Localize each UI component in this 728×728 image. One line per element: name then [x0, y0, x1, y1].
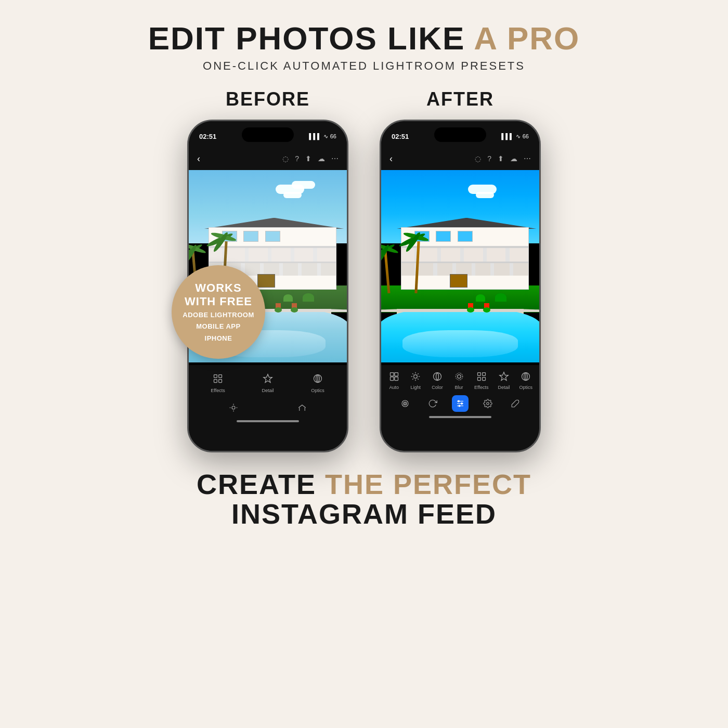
svg-point-46 — [459, 405, 460, 407]
palm1-fronds — [189, 246, 209, 262]
detail-tool-after[interactable]: Detail — [498, 370, 510, 390]
apot1-plant — [467, 307, 474, 313]
alcol6 — [510, 263, 513, 276]
acol4 — [483, 248, 487, 262]
effects-icon-after — [475, 370, 488, 383]
bottom-icon1-before[interactable] — [225, 399, 242, 416]
svg-rect-2 — [214, 380, 217, 383]
photo-after — [381, 170, 539, 362]
svg-point-30 — [456, 373, 462, 380]
svg-point-44 — [458, 400, 459, 402]
after-scene — [381, 170, 539, 362]
bottom-icon2-before[interactable] — [294, 399, 310, 416]
window2 — [243, 231, 258, 242]
status-icons-before: ▌▌▌ ∿ 66 — [309, 133, 336, 140]
blur-label: Blur — [455, 385, 463, 390]
history-icon-before: ◌ — [282, 154, 289, 163]
brush-icon-after[interactable] — [507, 395, 524, 412]
shrub1 — [283, 294, 293, 302]
footer-line1-part2: THE PERFECT — [325, 469, 531, 500]
palm2-fronds-after — [400, 233, 434, 252]
alcol4 — [472, 263, 475, 276]
back-button-before[interactable]: ‹ — [197, 153, 200, 164]
col3 — [268, 248, 271, 262]
light-label: Light — [411, 385, 421, 390]
pot1-before — [276, 303, 282, 313]
help-icon-after: ? — [487, 154, 491, 163]
after-phone-wrapper: AFTER 02:51 ▌▌▌ ∿ 66 ‹ — [380, 88, 541, 452]
cloud2-after — [476, 192, 494, 198]
effects-tool-before[interactable]: Effects — [211, 371, 225, 393]
svg-point-45 — [461, 403, 462, 405]
svg-line-24 — [412, 373, 413, 374]
svg-rect-16 — [395, 373, 398, 376]
svg-rect-1 — [219, 375, 222, 378]
back-button-after[interactable]: ‹ — [389, 153, 393, 164]
svg-point-29 — [457, 375, 461, 379]
color-icon — [431, 370, 444, 383]
rotate-icon-after[interactable] — [424, 395, 441, 412]
effects-label-after: Effects — [474, 385, 488, 390]
history-icon-after: ◌ — [475, 154, 481, 163]
col5 — [313, 248, 317, 262]
circle-icon-after[interactable] — [397, 395, 413, 412]
acol5 — [505, 248, 509, 262]
phone-nav-before: ‹ ◌ ? ⬆ ☁ ⋯ — [189, 147, 347, 170]
optics-icon-before — [310, 371, 325, 386]
wifi-icon-after: ∿ — [516, 133, 521, 140]
phone-nav-after: ‹ ◌ ? ⬆ ☁ ⋯ — [381, 147, 539, 170]
svg-line-26 — [412, 379, 413, 380]
pool-reflection-after — [402, 330, 517, 357]
status-icons-after: ▌▌▌ ∿ 66 — [501, 133, 529, 140]
active-icon-after[interactable] — [452, 395, 469, 412]
svg-line-27 — [418, 373, 419, 374]
lcol6 — [317, 263, 321, 276]
apot2-plant — [483, 307, 490, 313]
light-tool[interactable]: Light — [409, 370, 422, 390]
settings-icon-after[interactable] — [479, 395, 496, 412]
dynamic-island-before — [242, 127, 294, 142]
detail-icon-before — [261, 371, 275, 386]
badge-line2: WITH FREE — [185, 295, 252, 308]
optics-tool-after[interactable]: Optics — [519, 370, 533, 390]
effects-tool-after[interactable]: Effects — [474, 370, 488, 390]
auto-tool[interactable]: Auto — [388, 370, 400, 390]
toolbar-bottom-after — [381, 391, 539, 416]
pot2-after — [484, 303, 490, 313]
badge-line3: ADOBE LIGHTROOM — [183, 310, 254, 320]
nav-icons-after: ◌ ? ⬆ ☁ ⋯ — [475, 154, 531, 163]
badge-line4: MOBILE APP — [196, 322, 240, 331]
badge-circle: WORKS WITH FREE ADOBE LIGHTROOM MOBILE A… — [172, 265, 265, 359]
door-after — [450, 274, 467, 288]
toolbar-after-el: Auto Light — [381, 365, 539, 451]
color-tool[interactable]: Color — [431, 370, 444, 390]
toolbar-tools-before: Effects Detail — [189, 365, 347, 395]
help-icon-before: ? — [295, 154, 299, 163]
optics-tool-before[interactable]: Optics — [310, 371, 325, 393]
acol2 — [437, 248, 441, 262]
cloud-icon-before: ☁ — [318, 154, 325, 163]
blur-tool[interactable]: Blur — [453, 370, 465, 390]
svg-point-28 — [433, 373, 441, 381]
svg-line-25 — [418, 379, 419, 380]
svg-rect-0 — [214, 375, 217, 378]
badge-line1: WORKS — [195, 281, 241, 295]
optics-label-before: Optics — [311, 388, 324, 393]
detail-tool-before[interactable]: Detail — [261, 371, 275, 393]
after-phone: 02:51 ▌▌▌ ∿ 66 ‹ ◌ ? ⬆ ☁ ⋯ — [380, 120, 541, 452]
title-part1: EDIT PHOTOS LIKE — [148, 20, 474, 56]
pot2-before — [292, 303, 298, 313]
optics-label-after: Optics — [519, 385, 533, 390]
footer-line1: CREATE THE PERFECT — [197, 468, 531, 500]
toolbar-before: Effects Detail — [189, 365, 347, 451]
detail-icon-after — [498, 370, 510, 383]
auto-label: Auto — [389, 385, 399, 390]
shrub2 — [303, 293, 314, 302]
header-section: EDIT PHOTOS LIKE A PRO ONE-CLICK AUTOMAT… — [148, 21, 580, 73]
col2 — [245, 248, 249, 262]
svg-rect-34 — [482, 378, 485, 381]
more-icon-after: ⋯ — [524, 154, 531, 163]
svg-rect-15 — [390, 373, 394, 376]
svg-rect-3 — [219, 380, 222, 383]
after-label: AFTER — [426, 88, 494, 110]
